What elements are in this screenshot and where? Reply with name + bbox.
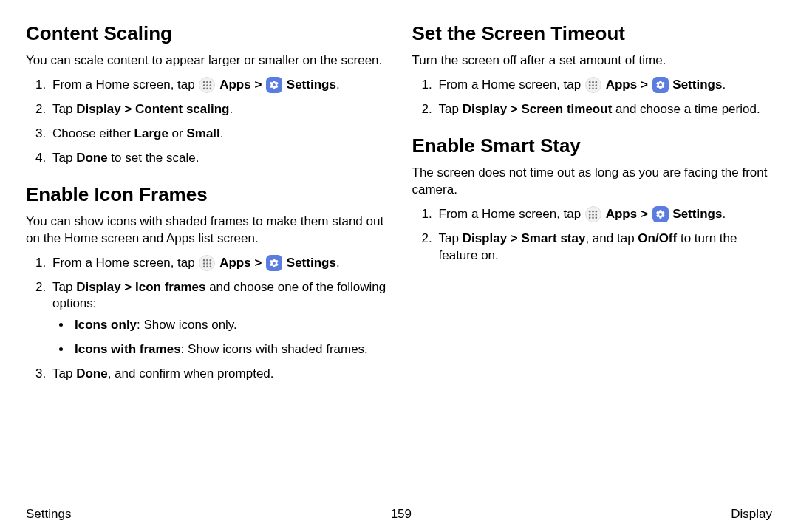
bold: Small	[186, 126, 219, 140]
settings-label: Settings	[672, 207, 722, 221]
bold: On/Off	[638, 231, 677, 245]
svg-point-10	[206, 259, 208, 261]
arrow: >	[637, 78, 651, 92]
list-item: Icons only: Show icons only.	[72, 317, 386, 334]
bold: Display > Smart stay	[463, 231, 586, 245]
list-item: From a Home screen, tap Apps > Settings.	[50, 77, 386, 94]
list-item: Tap Display > Icon frames and choose one…	[50, 279, 386, 359]
bold: Done	[76, 151, 108, 165]
text: Tap	[439, 231, 463, 245]
arrow: >	[251, 256, 265, 270]
list-icon-frames: From a Home screen, tap Apps > Settings.…	[26, 255, 386, 383]
list-screen-timeout: From a Home screen, tap Apps > Settings.…	[412, 77, 773, 118]
svg-point-14	[210, 262, 212, 265]
list-item: From a Home screen, tap Apps > Settings.	[436, 206, 773, 223]
svg-point-22	[593, 84, 595, 86]
list-item: Tap Display > Content scaling.	[50, 101, 386, 118]
svg-point-15	[203, 265, 205, 267]
apps-icon	[199, 77, 215, 93]
svg-point-19	[593, 81, 595, 83]
text: .	[220, 126, 224, 140]
svg-point-27	[589, 211, 591, 213]
apps-icon	[585, 77, 601, 93]
sub-list: Icons only: Show icons only. Icons with …	[52, 317, 386, 358]
text: Tap	[52, 102, 76, 116]
heading-icon-frames: Enable Icon Frames	[26, 183, 386, 206]
svg-point-1	[206, 81, 208, 83]
settings-label: Settings	[287, 256, 336, 270]
apps-icon	[585, 206, 601, 222]
text: : Show icons only.	[137, 318, 237, 332]
list-item: From a Home screen, tap Apps > Settings.	[50, 255, 386, 272]
text: Tap	[52, 366, 76, 381]
bold: Done	[76, 366, 108, 381]
svg-point-23	[596, 84, 598, 86]
dot: .	[336, 256, 340, 270]
text: From a Home screen, tap	[439, 207, 584, 221]
left-column: Content Scaling You can scale content to…	[26, 22, 386, 495]
list-smart-stay: From a Home screen, tap Apps > Settings.…	[412, 206, 773, 265]
svg-point-25	[593, 87, 595, 89]
bold: Icons only	[75, 318, 137, 332]
heading-screen-timeout: Set the Screen Timeout	[412, 22, 773, 45]
dot: .	[722, 78, 726, 92]
footer-page-number: 159	[391, 507, 412, 522]
text: , and confirm when prompted.	[108, 366, 274, 381]
text: and choose a time period.	[612, 102, 760, 116]
text: : Show icons with shaded frames.	[181, 342, 368, 356]
para-icon-frames: You can show icons with shaded frames to…	[26, 214, 386, 248]
svg-point-6	[203, 87, 205, 89]
dot: .	[336, 78, 340, 92]
bold: Large	[134, 126, 168, 140]
text: Tap	[439, 102, 463, 116]
svg-point-0	[203, 81, 205, 83]
svg-point-11	[210, 259, 212, 261]
svg-point-2	[210, 81, 212, 83]
list-item: Tap Done to set the scale.	[50, 150, 386, 167]
svg-point-13	[206, 262, 208, 265]
svg-point-8	[210, 87, 212, 89]
settings-icon	[652, 206, 669, 222]
page-footer: Settings 159 Display	[26, 507, 772, 522]
text: Tap	[52, 280, 76, 294]
settings-icon	[652, 77, 669, 93]
svg-point-28	[593, 211, 595, 213]
bold: Display > Screen timeout	[463, 102, 613, 116]
text: or	[168, 126, 187, 140]
text: to set the scale.	[108, 151, 200, 165]
svg-point-7	[206, 87, 208, 89]
svg-point-20	[596, 81, 598, 83]
svg-point-5	[210, 84, 212, 86]
svg-point-35	[596, 216, 598, 219]
bold: Display > Content scaling	[76, 102, 229, 116]
svg-point-33	[589, 216, 591, 219]
apps-label: Apps	[219, 78, 251, 92]
text: From a Home screen, tap	[52, 78, 198, 92]
svg-point-32	[596, 214, 598, 216]
para-content-scaling: You can scale content to appear larger o…	[26, 52, 386, 69]
para-screen-timeout: Turn the screen off after a set amount o…	[412, 52, 773, 69]
svg-point-3	[203, 84, 205, 86]
list-item: Icons with frames: Show icons with shade…	[72, 341, 386, 358]
settings-label: Settings	[287, 78, 336, 92]
list-item: Tap Display > Smart stay, and tap On/Off…	[436, 231, 773, 265]
list-item: Tap Done, and confirm when prompted.	[50, 366, 386, 383]
settings-label: Settings	[672, 78, 722, 92]
list-item: From a Home screen, tap Apps > Settings.	[436, 77, 773, 94]
heading-content-scaling: Content Scaling	[26, 22, 386, 45]
svg-point-12	[203, 262, 205, 265]
footer-left: Settings	[26, 507, 71, 522]
footer-right: Display	[731, 507, 772, 522]
arrow: >	[251, 78, 265, 92]
text: Tap	[52, 151, 76, 165]
dot: .	[722, 207, 726, 221]
apps-label: Apps	[606, 78, 638, 92]
svg-point-31	[593, 214, 595, 216]
svg-point-30	[589, 214, 591, 216]
text: .	[230, 102, 233, 116]
settings-icon	[266, 255, 282, 271]
svg-point-21	[589, 84, 591, 86]
svg-point-24	[589, 87, 591, 89]
text: Choose either	[52, 126, 134, 140]
svg-point-17	[210, 265, 212, 267]
